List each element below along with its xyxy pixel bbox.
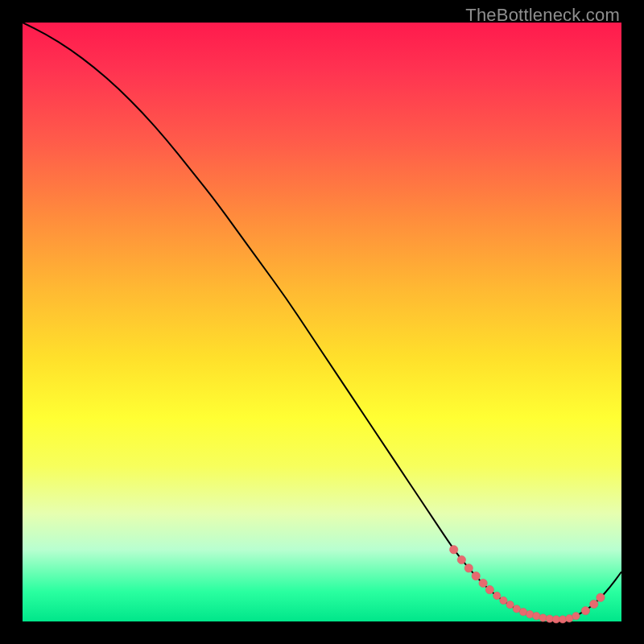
chart-svg — [0, 0, 644, 644]
data-marker — [500, 597, 507, 604]
data-marker — [539, 614, 547, 621]
data-marker — [546, 615, 553, 622]
data-marker — [479, 579, 487, 587]
data-marker — [472, 572, 480, 580]
data-marker — [572, 613, 580, 620]
data-marker — [559, 616, 566, 623]
data-marker — [590, 600, 598, 608]
data-marker — [581, 606, 589, 614]
data-marker — [449, 546, 457, 554]
data-marker — [526, 610, 533, 617]
data-marker — [533, 613, 540, 620]
data-marker — [506, 601, 514, 608]
data-marker — [485, 585, 493, 593]
data-marker — [464, 564, 473, 572]
data-marker — [493, 592, 501, 599]
bottleneck-curve — [23, 23, 621, 619]
data-marker — [457, 555, 465, 564]
data-marker — [597, 593, 605, 601]
